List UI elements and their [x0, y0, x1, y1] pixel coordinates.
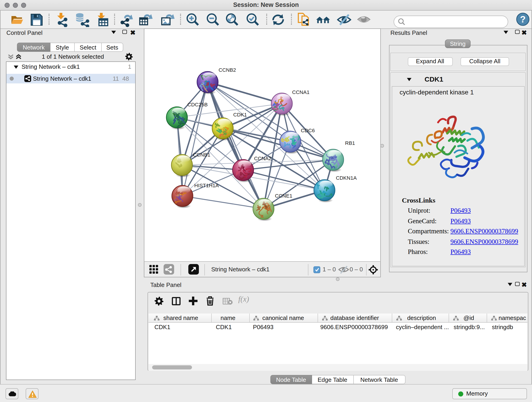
svg-text:CCNB1: CCNB1 [193, 152, 210, 158]
svg-text:CDKN1A: CDKN1A [336, 175, 357, 181]
svg-text:CCNA1: CCNA1 [292, 89, 310, 95]
svg-text:?: ? [520, 14, 526, 24]
svg-text:CDK1: CDK1 [233, 112, 247, 118]
svg-text:CCNB2: CCNB2 [219, 67, 236, 73]
svg-text:CDC25B: CDC25B [187, 102, 208, 108]
svg-text:RB1: RB1 [345, 140, 355, 146]
svg-text:HIST1H1A: HIST1H1A [194, 183, 219, 188]
svg-text:CCNE1: CCNE1 [275, 193, 292, 199]
svg-text:CDC6: CDC6 [301, 128, 315, 133]
svg-text:CCNA2: CCNA2 [254, 156, 272, 161]
